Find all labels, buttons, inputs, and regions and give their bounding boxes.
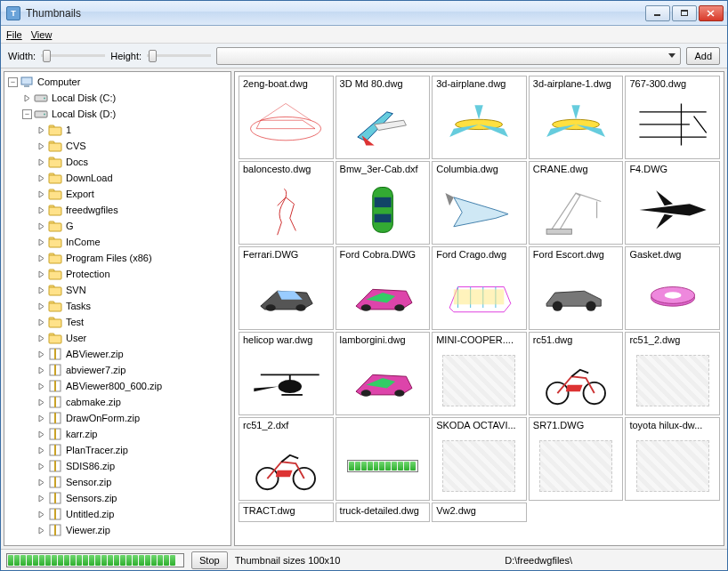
tree-item[interactable]: Untitled.zip: [4, 506, 231, 522]
expand-icon[interactable]: [36, 269, 46, 279]
expand-icon[interactable]: [36, 125, 46, 135]
menu-file[interactable]: File: [6, 29, 22, 40]
thumbnail-item[interactable]: F4.DWG: [625, 161, 720, 245]
thumbnail-item[interactable]: 2eng-boat.dwg: [239, 76, 334, 159]
thumbnail-item[interactable]: Ford Cobra.DWG: [336, 246, 431, 330]
tree-item[interactable]: Docs: [4, 154, 231, 170]
tree-item[interactable]: cabmake.zip: [4, 394, 231, 410]
expand-icon[interactable]: [36, 253, 46, 263]
expand-icon[interactable]: [36, 286, 46, 295]
tree-item[interactable]: Sensor.zip: [4, 474, 231, 490]
thumbnail-item[interactable]: helicop war.dwg: [239, 332, 334, 415]
thumbnail-item[interactable]: rc51_2.dwg: [625, 332, 720, 415]
thumbnail-item[interactable]: rc51.dwg: [529, 332, 624, 415]
expand-icon[interactable]: [36, 526, 46, 535]
expand-icon[interactable]: [36, 334, 46, 343]
expand-icon[interactable]: [36, 430, 46, 439]
tree-item[interactable]: ABViewer.zip: [4, 346, 231, 362]
width-slider[interactable]: [41, 49, 105, 63]
svg-rect-37: [49, 255, 61, 263]
thumbnail-item[interactable]: [336, 417, 431, 501]
tree-item[interactable]: Test: [4, 314, 231, 330]
tree-item[interactable]: User: [4, 330, 231, 346]
tree-item[interactable]: Export: [4, 186, 231, 202]
expand-icon[interactable]: [36, 510, 46, 519]
expand-icon[interactable]: [36, 318, 46, 327]
tree-item[interactable]: Tasks: [4, 298, 231, 314]
expand-icon[interactable]: [36, 382, 46, 391]
thumbnail-item[interactable]: baloncesto.dwg: [239, 161, 334, 245]
thumbnail-item[interactable]: lamborgini.dwg: [336, 332, 431, 415]
collapse-icon[interactable]: −: [22, 109, 32, 119]
expand-icon[interactable]: [36, 366, 46, 375]
thumbnail-item[interactable]: toyota hilux-dw...: [625, 417, 720, 501]
thumbnail-item[interactable]: CRANE.dwg: [529, 161, 624, 245]
expand-icon[interactable]: [36, 302, 46, 311]
expand-icon[interactable]: [36, 221, 46, 231]
progress-bar: [6, 553, 184, 567]
expand-icon[interactable]: [36, 237, 46, 247]
expand-icon[interactable]: [36, 173, 46, 183]
expand-icon[interactable]: [36, 462, 46, 471]
tree-item[interactable]: Viewer.zip: [4, 522, 231, 538]
tree-item[interactable]: 1: [4, 122, 231, 138]
expand-icon[interactable]: [36, 141, 46, 151]
thumbnail-item[interactable]: rc51_2.dxf: [239, 417, 334, 501]
expand-icon[interactable]: [36, 494, 46, 503]
tree-root[interactable]: −Computer: [4, 74, 231, 90]
tree-item[interactable]: CVS: [4, 138, 231, 154]
close-button[interactable]: [699, 5, 724, 21]
thumbnail-item[interactable]: Ford Escort.dwg: [529, 246, 624, 330]
thumbnail-item[interactable]: TRACT.dwg: [239, 503, 334, 522]
maximize-button[interactable]: [672, 5, 697, 21]
tree-item[interactable]: karr.zip: [4, 426, 231, 442]
expand-icon[interactable]: [36, 157, 46, 167]
collapse-icon[interactable]: −: [8, 77, 18, 87]
expand-icon[interactable]: [36, 350, 46, 359]
thumbnail-item[interactable]: 3d-airplane.dwg: [432, 76, 527, 159]
menu-view[interactable]: View: [31, 29, 53, 40]
expand-icon[interactable]: [36, 189, 46, 199]
tree-item[interactable]: Sensors.zip: [4, 490, 231, 506]
thumbnail-item[interactable]: Vw2.dwg: [432, 503, 527, 522]
tree-item[interactable]: SDIS86.zip: [4, 458, 231, 474]
tree-drive[interactable]: −Local Disk (D:): [4, 106, 231, 122]
expand-icon[interactable]: [36, 205, 46, 215]
thumbnail-item[interactable]: 3D Md 80.dwg: [336, 76, 431, 159]
tree-item[interactable]: ABViewer800_600.zip: [4, 378, 231, 394]
tree-item[interactable]: G: [4, 218, 231, 234]
thumbnail-item[interactable]: SKODA OCTAVI...: [432, 417, 527, 501]
thumbnail-grid[interactable]: 2eng-boat.dwg 3D Md 80.dwg 3d-airplane.d…: [234, 71, 724, 546]
tree-item[interactable]: Program Files (x86): [4, 250, 231, 266]
minimize-button[interactable]: [645, 5, 670, 21]
stop-button[interactable]: Stop: [191, 551, 228, 569]
expand-icon[interactable]: [36, 414, 46, 423]
expand-icon[interactable]: [36, 446, 46, 455]
thumbnail-item[interactable]: truck-detailed.dwg: [336, 503, 431, 522]
tree-item[interactable]: DrawOnForm.zip: [4, 410, 231, 426]
thumbnail-item[interactable]: Columbia.dwg: [432, 161, 527, 245]
thumbnail-item[interactable]: Ford Crago.dwg: [432, 246, 527, 330]
add-button[interactable]: Add: [686, 47, 720, 65]
tree-item[interactable]: Protection: [4, 266, 231, 282]
thumbnail-item[interactable]: 3d-airplane-1.dwg: [529, 76, 624, 159]
expand-icon[interactable]: [36, 398, 46, 407]
path-combo[interactable]: [216, 47, 681, 65]
tree-item[interactable]: freedwgfiles: [4, 202, 231, 218]
thumbnail-item[interactable]: 767-300.dwg: [625, 76, 720, 159]
expand-icon[interactable]: [36, 478, 46, 487]
tree-item[interactable]: InCome: [4, 234, 231, 250]
folder-tree[interactable]: −ComputerLocal Disk (C:)−Local Disk (D:)…: [4, 71, 231, 546]
tree-item[interactable]: SVN: [4, 282, 231, 298]
expand-icon[interactable]: [22, 93, 32, 103]
tree-item[interactable]: DownLoad: [4, 170, 231, 186]
tree-item[interactable]: abviewer7.zip: [4, 362, 231, 378]
thumbnail-item[interactable]: SR71.DWG: [529, 417, 624, 501]
tree-item[interactable]: PlanTracer.zip: [4, 442, 231, 458]
height-slider[interactable]: [147, 49, 211, 63]
thumbnail-item[interactable]: MINI-COOPER....: [432, 332, 527, 415]
thumbnail-item[interactable]: Bmw_3er-Cab.dxf: [336, 161, 431, 245]
thumbnail-item[interactable]: Gasket.dwg: [625, 246, 720, 330]
thumbnail-item[interactable]: Ferrari.DWG: [239, 246, 334, 330]
tree-drive[interactable]: Local Disk (C:): [4, 90, 231, 106]
